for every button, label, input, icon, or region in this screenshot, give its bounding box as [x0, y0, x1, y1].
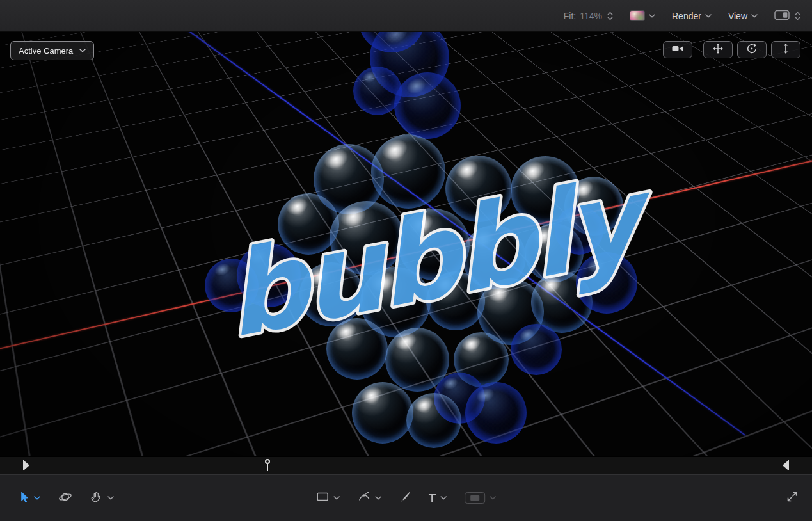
- bubble: [462, 225, 526, 289]
- chevron-down-icon[interactable]: [34, 496, 40, 500]
- chevron-down-icon[interactable]: [333, 496, 340, 500]
- playhead-stem: [267, 464, 268, 471]
- bubble: [477, 278, 544, 345]
- in-marker-triangle-icon: [24, 461, 29, 470]
- bubble: [237, 243, 301, 307]
- motion-app-window: Fit: 114% Render View: [0, 0, 812, 521]
- bubble: [326, 318, 388, 380]
- toolbar-right-group: [786, 491, 798, 505]
- expand-timing-button[interactable]: [786, 491, 798, 505]
- render-menu[interactable]: Render: [672, 11, 712, 21]
- chevron-down-icon: [79, 49, 86, 52]
- camera-view-tools: [663, 41, 800, 58]
- transform-3d-tool[interactable]: [58, 491, 72, 506]
- text-tool-icon: T: [429, 492, 436, 504]
- view-menu-label: View: [728, 11, 747, 21]
- bubble: [398, 209, 470, 280]
- preview-thumbnail-dropdown[interactable]: [630, 10, 655, 21]
- mini-timeline[interactable]: [0, 456, 812, 474]
- bubble: [445, 156, 512, 222]
- bubble: [358, 32, 425, 52]
- orbit-icon: [746, 43, 758, 56]
- bottom-toolbar: T: [0, 474, 812, 521]
- orbit-view-button[interactable]: [737, 41, 767, 58]
- hand-pan-tool[interactable]: [90, 491, 114, 506]
- out-marker-bar: [788, 460, 789, 470]
- bubble: [314, 144, 384, 214]
- bubble: [576, 252, 637, 314]
- mask-swatch-icon: [465, 492, 485, 504]
- bubble: [353, 67, 402, 115]
- bubbles-layer: [0, 32, 812, 456]
- bubble: [360, 267, 431, 337]
- bubble: [406, 393, 461, 448]
- pan-arrows-icon: [712, 43, 724, 56]
- layout-control-icon: [774, 10, 790, 22]
- cursor-arrow-icon: [19, 491, 29, 506]
- bubble: [352, 382, 413, 444]
- text-tool[interactable]: T: [429, 492, 447, 504]
- preview-thumbnail-icon: [630, 10, 645, 21]
- dolly-arrows-icon: [780, 43, 792, 56]
- top-toolbar: Fit: 114% Render View: [0, 0, 812, 32]
- video-camera-icon: [671, 43, 684, 56]
- mask-tool-dropdown: [465, 492, 496, 504]
- zoom-stepper-icon[interactable]: [607, 12, 613, 20]
- chevron-down-icon[interactable]: [375, 496, 381, 500]
- view-menu[interactable]: View: [728, 11, 758, 21]
- bubble: [370, 32, 449, 97]
- bubble: [511, 324, 562, 375]
- bubble: [465, 382, 527, 444]
- layout-stepper-icon[interactable]: [795, 12, 800, 20]
- chevron-down-icon: [751, 14, 758, 18]
- bubble: [434, 373, 485, 424]
- play-range-out-marker[interactable]: [783, 460, 789, 470]
- hand-icon: [90, 491, 103, 506]
- bezier-curve-icon: [358, 491, 370, 505]
- create-tool-group: T: [316, 491, 497, 505]
- bubble: [330, 201, 404, 275]
- zoom-fit-control[interactable]: Fit: 114%: [564, 11, 613, 21]
- canvas-viewport[interactable]: bubbly Active Camera: [0, 32, 812, 456]
- bubble: [525, 223, 584, 282]
- bubble: [531, 271, 593, 333]
- bubble: [555, 206, 603, 255]
- dolly-view-button[interactable]: [771, 41, 800, 58]
- pan-view-button[interactable]: [703, 41, 733, 58]
- bubble: [511, 156, 580, 225]
- paint-stroke-tool[interactable]: [399, 491, 411, 505]
- render-menu-label: Render: [672, 11, 701, 21]
- out-marker-triangle-icon: [783, 461, 788, 470]
- bezier-tool[interactable]: [358, 491, 381, 505]
- fit-value[interactable]: 114%: [580, 11, 602, 21]
- shape-rectangle-tool[interactable]: [316, 492, 340, 504]
- rectangle-icon: [316, 492, 329, 504]
- bubble: [454, 332, 509, 387]
- chevron-down-icon[interactable]: [440, 496, 447, 500]
- play-range-in-marker[interactable]: [23, 460, 29, 470]
- sphere-orbit-icon: [58, 491, 72, 506]
- bubble: [278, 193, 339, 255]
- bubble: [299, 262, 363, 326]
- camera-selector-label: Active Camera: [19, 46, 73, 56]
- chevron-down-icon: [490, 496, 496, 500]
- playhead[interactable]: [264, 459, 271, 471]
- chevron-down-icon[interactable]: [107, 496, 114, 500]
- view-tool-group: [19, 491, 114, 506]
- bubble: [205, 259, 259, 312]
- top-toolbar-right: Fit: 114% Render View: [564, 10, 812, 22]
- playhead-knob[interactable]: [265, 459, 270, 464]
- bubble: [371, 134, 445, 209]
- bubble: [426, 271, 485, 330]
- bubble: [385, 328, 449, 392]
- bubble: [564, 177, 623, 236]
- diagonal-resize-arrows-icon: [786, 491, 798, 505]
- canvas-layout-control[interactable]: [774, 10, 800, 22]
- fit-label: Fit:: [564, 11, 576, 21]
- camera-button[interactable]: [663, 41, 692, 58]
- bubble: [394, 72, 461, 139]
- chevron-down-icon: [649, 14, 655, 18]
- select-transform-tool[interactable]: [19, 491, 40, 506]
- brush-stroke-icon: [399, 491, 411, 505]
- camera-selector-dropdown[interactable]: Active Camera: [10, 41, 94, 60]
